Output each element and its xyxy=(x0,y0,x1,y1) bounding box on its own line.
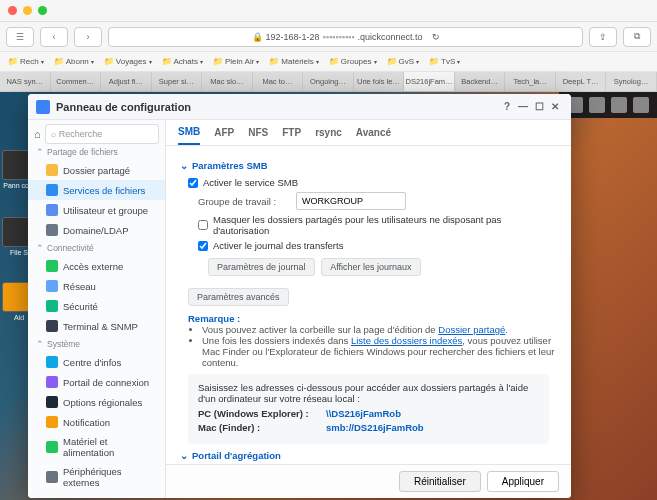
sidebar-item-label: Portail de connexion xyxy=(63,377,149,388)
shared-folder-link[interactable]: Dossier partagé xyxy=(438,324,505,335)
bookmark-folder[interactable]: 📁Achats ▾ xyxy=(158,56,207,67)
reset-button[interactable]: Réinitialiser xyxy=(399,471,481,492)
remark-label: Remarque : xyxy=(188,313,240,324)
share-button[interactable]: ⇪ xyxy=(589,27,617,47)
sidebar-item[interactable]: Dossier partagé xyxy=(28,160,165,180)
sidebar-item[interactable]: Options régionales xyxy=(28,392,165,412)
bookmark-folder[interactable]: 📁Plein Air ▾ xyxy=(209,56,263,67)
browser-tab[interactable]: Adjust fi… xyxy=(101,72,152,91)
file-service-tab[interactable]: SMB xyxy=(178,120,200,145)
file-service-tab[interactable]: Avancé xyxy=(356,121,391,144)
browser-tab[interactable]: Synolog… xyxy=(606,72,657,91)
bookmarks-bar: 📁Rech ▾📁Abonn ▾📁Voyages ▾📁Achats ▾📁Plein… xyxy=(0,52,657,72)
sidebar-item[interactable]: Centre d'infos xyxy=(28,352,165,372)
sidebar: ⌂ ⌕ Recherche ⌃Partage de fichiersDossie… xyxy=(28,120,166,498)
forward-button[interactable]: › xyxy=(74,27,102,47)
file-service-tab[interactable]: AFP xyxy=(214,121,234,144)
dsm-desktop: Pann conf File S Aid Panneau de configur… xyxy=(0,92,657,500)
tabs-button[interactable]: ⧉ xyxy=(623,27,651,47)
file-service-tab[interactable]: rsync xyxy=(315,121,342,144)
indexed-folders-link[interactable]: Liste des dossiers indexés xyxy=(351,335,462,346)
sidebar-item[interactable]: Mise à jour et restauration xyxy=(28,492,165,498)
sidebar-search[interactable]: ⌕ Recherche xyxy=(45,124,159,144)
minimize-button[interactable]: — xyxy=(515,99,531,115)
enable-journal-checkbox[interactable]: Activer le journal des transferts xyxy=(198,240,557,251)
apply-button[interactable]: Appliquer xyxy=(487,471,559,492)
section-portal[interactable]: ⌄Portail d'agrégation xyxy=(180,450,557,461)
sidebar-group[interactable]: ⌃Système xyxy=(28,336,165,352)
close-button[interactable]: ✕ xyxy=(547,99,563,115)
bookmark-folder[interactable]: 📁GvS ▾ xyxy=(383,56,424,67)
browser-tab[interactable]: Mac to… xyxy=(253,72,304,91)
sidebar-item-label: Utilisateur et groupe xyxy=(63,205,148,216)
sidebar-item-icon xyxy=(46,204,58,216)
sidebar-item-icon xyxy=(46,441,58,453)
sidebar-item-label: Périphériques externes xyxy=(63,466,157,488)
file-service-tab[interactable]: FTP xyxy=(282,121,301,144)
bookmark-folder[interactable]: 📁Groupes ▾ xyxy=(325,56,381,67)
sidebar-group[interactable]: ⌃Connectivité xyxy=(28,240,165,256)
sidebar-item[interactable]: Notification xyxy=(28,412,165,432)
folder-icon: 📁 xyxy=(104,57,114,66)
reload-icon[interactable]: ↻ xyxy=(432,32,440,42)
sidebar-item-icon xyxy=(46,300,58,312)
bookmark-folder[interactable]: 📁Rech ▾ xyxy=(4,56,48,67)
browser-tab[interactable]: NAS syn… xyxy=(0,72,51,91)
bookmark-folder[interactable]: 📁Voyages ▾ xyxy=(100,56,156,67)
sidebar-item-label: Services de fichiers xyxy=(63,185,145,196)
folder-icon: 📁 xyxy=(8,57,18,66)
sidebar-item[interactable]: Accès externe xyxy=(28,256,165,276)
bookmark-folder[interactable]: 📁TvS ▾ xyxy=(425,56,464,67)
max-dot[interactable] xyxy=(38,6,47,15)
file-service-tab[interactable]: NFS xyxy=(248,121,268,144)
network-paths-box: Saisissez les adresses ci-dessous pour a… xyxy=(188,374,549,444)
browser-tab[interactable]: DS216jFam… xyxy=(404,72,455,91)
sidebar-item[interactable]: Portail de connexion xyxy=(28,372,165,392)
browser-tab[interactable]: Une fois le… xyxy=(354,72,405,91)
file-service-tabs: SMBAFPNFSFTPrsyncAvancé xyxy=(166,120,571,146)
sidebar-item[interactable]: Réseau xyxy=(28,276,165,296)
enable-smb-checkbox[interactable]: Activer le service SMB xyxy=(188,177,557,188)
show-journals-button[interactable]: Afficher les journaux xyxy=(321,258,420,276)
close-dot[interactable] xyxy=(8,6,17,15)
sidebar-item[interactable]: Matériel et alimentation xyxy=(28,432,165,462)
sidebar-item[interactable]: Utilisateur et groupe xyxy=(28,200,165,220)
back-button[interactable]: ‹ xyxy=(40,27,68,47)
sidebar-item[interactable]: Terminal & SNMP xyxy=(28,316,165,336)
bookmark-folder[interactable]: 📁Matériels ▾ xyxy=(265,56,322,67)
sidebar-item-icon xyxy=(46,356,58,368)
journal-settings-button[interactable]: Paramètres de journal xyxy=(208,258,315,276)
browser-tab[interactable]: Commen… xyxy=(51,72,102,91)
pc-path: \\DS216jFamRob xyxy=(326,408,401,419)
workgroup-input[interactable] xyxy=(296,192,406,210)
browser-toolbar: ☰ ‹ › 🔒 192-168-1-28 ▪▪▪▪▪▪▪▪▪▪ .quickco… xyxy=(0,22,657,52)
browser-tab[interactable]: Ongoing… xyxy=(303,72,354,91)
browser-tab[interactable]: Mac slo… xyxy=(202,72,253,91)
search-icon[interactable] xyxy=(633,97,649,113)
help-button[interactable]: ? xyxy=(499,99,515,115)
url-bar[interactable]: 🔒 192-168-1-28 ▪▪▪▪▪▪▪▪▪▪ .quickconnect.… xyxy=(108,27,583,47)
browser-tab[interactable]: DeepL T… xyxy=(556,72,607,91)
sidebar-item[interactable]: Services de fichiers xyxy=(28,180,165,200)
sidebar-group[interactable]: ⌃Partage de fichiers xyxy=(28,144,165,160)
sidebar-toggle[interactable]: ☰ xyxy=(6,27,34,47)
notify-icon[interactable] xyxy=(589,97,605,113)
browser-tab[interactable]: Super si… xyxy=(152,72,203,91)
mac-path: smb://DS216jFamRob xyxy=(326,422,424,433)
hide-shares-checkbox[interactable]: Masquer les dossiers partagés pour les u… xyxy=(198,214,557,236)
search-icon: ⌕ xyxy=(51,129,56,139)
window-titlebar[interactable]: Panneau de configuration ? — ☐ ✕ xyxy=(28,94,571,120)
sidebar-item[interactable]: Sécurité xyxy=(28,296,165,316)
sidebar-item[interactable]: Domaine/LDAP xyxy=(28,220,165,240)
browser-tab[interactable]: Tech_la… xyxy=(505,72,556,91)
min-dot[interactable] xyxy=(23,6,32,15)
sidebar-item-label: Réseau xyxy=(63,281,96,292)
browser-tab[interactable]: Backend… xyxy=(455,72,506,91)
home-icon[interactable]: ⌂ xyxy=(34,128,41,140)
bookmark-folder[interactable]: 📁Abonn ▾ xyxy=(50,56,98,67)
sidebar-item[interactable]: Périphériques externes xyxy=(28,462,165,492)
widgets-icon[interactable] xyxy=(611,97,627,113)
section-smb[interactable]: ⌄Paramètres SMB xyxy=(180,160,557,171)
maximize-button[interactable]: ☐ xyxy=(531,99,547,115)
advanced-settings-button[interactable]: Paramètres avancés xyxy=(188,288,289,306)
